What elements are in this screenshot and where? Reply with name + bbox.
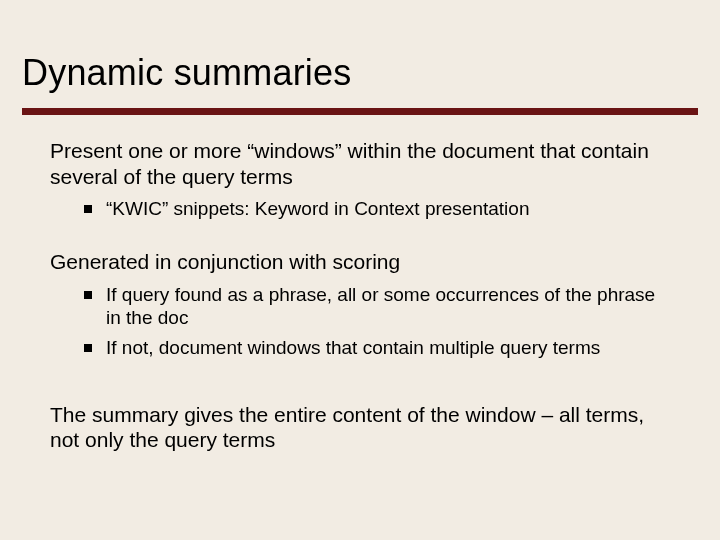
- square-bullet-icon: [84, 205, 92, 213]
- paragraph-1: Present one or more “windows” within the…: [50, 138, 670, 189]
- list-item-text: If query found as a phrase, all or some …: [106, 283, 670, 331]
- square-bullet-icon: [84, 291, 92, 299]
- sublist-2: If query found as a phrase, all or some …: [50, 283, 670, 360]
- sublist-1: “KWIC” snippets: Keyword in Context pres…: [50, 197, 670, 221]
- title-underline: [22, 108, 698, 115]
- paragraph-2: Generated in conjunction with scoring: [50, 249, 670, 275]
- list-item: If query found as a phrase, all or some …: [50, 283, 670, 331]
- paragraph-3: The summary gives the entire content of …: [50, 402, 670, 453]
- list-item: If not, document windows that contain mu…: [50, 336, 670, 360]
- slide-body: Present one or more “windows” within the…: [50, 138, 670, 461]
- list-item: “KWIC” snippets: Keyword in Context pres…: [50, 197, 670, 221]
- list-item-text: “KWIC” snippets: Keyword in Context pres…: [106, 197, 670, 221]
- slide: Dynamic summaries Present one or more “w…: [0, 0, 720, 540]
- list-item-text: If not, document windows that contain mu…: [106, 336, 670, 360]
- square-bullet-icon: [84, 344, 92, 352]
- slide-title: Dynamic summaries: [22, 52, 351, 94]
